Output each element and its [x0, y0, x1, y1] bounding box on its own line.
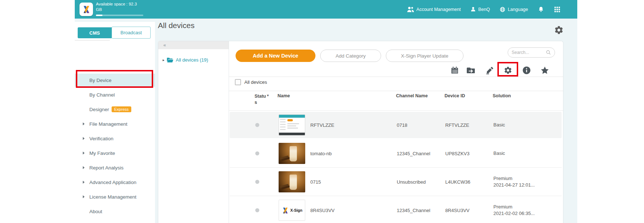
column-header-status[interactable]: Status	[255, 93, 267, 106]
divider	[229, 77, 563, 77]
table-row[interactable]: RFTVLZZE 0718 RFTVLZZE Basic	[230, 112, 562, 138]
available-space-unit: GB	[96, 7, 137, 12]
thumbnail-detail	[279, 133, 305, 135]
xsign-logo-icon	[282, 207, 289, 214]
account-management-link[interactable]: Account Management	[407, 7, 461, 12]
info-button[interactable]	[522, 66, 531, 75]
solution-type: Basic	[493, 150, 505, 156]
storage-progress-bar	[96, 15, 143, 16]
expand-arrow-icon	[83, 166, 85, 169]
sidebar-item-license-management[interactable]: License Management	[75, 190, 155, 203]
tab-cms[interactable]: CMS	[78, 27, 112, 38]
top-bar-nav: Account Management BenQ Language	[407, 0, 560, 19]
channel-name: Unsubscribed	[397, 179, 426, 184]
solution-type: Premium	[493, 204, 555, 210]
folder-open-icon	[167, 57, 174, 63]
thumbnail-detail	[287, 119, 293, 121]
device-table-body: RFTVLZZE 0718 RFTVLZZE Basic tomato-nb 1…	[229, 110, 563, 111]
folder-move-icon	[466, 66, 475, 75]
tree-item-label: All devices (19)	[176, 57, 208, 63]
device-id: RFTVLZZE	[445, 122, 469, 128]
column-header-name: Name	[278, 93, 290, 98]
solution-cell: Premium 2021-04-27 12:01...	[493, 175, 555, 188]
sidebar-item-by-device[interactable]: By Device	[75, 74, 155, 87]
add-category-button[interactable]: Add Category	[320, 50, 381, 62]
device-id: L4UKCW36	[445, 179, 470, 184]
sidebar-item-label: About	[89, 209, 102, 214]
sidebar-item-advanced-application[interactable]: Advanced Application	[75, 176, 155, 189]
schedule-button[interactable]	[450, 66, 459, 75]
sidebar-item-my-favorite[interactable]: My Favorite	[75, 146, 155, 160]
people-icon	[407, 7, 414, 12]
solution-expiry: 2021-02-02 06:35...	[493, 210, 555, 217]
xsign-logo[interactable]	[79, 3, 93, 16]
account-management-label: Account Management	[416, 7, 461, 12]
page-settings-button[interactable]	[554, 25, 564, 35]
sidebar-item-by-channel[interactable]: By Channel	[75, 88, 155, 101]
available-space-label: Available space : 92.3 GB	[96, 1, 137, 12]
channel-name: 12345_Channel	[397, 150, 430, 156]
tree-collapse-bar[interactable]: «	[158, 41, 229, 49]
calendar-icon	[450, 66, 459, 75]
globe-icon	[500, 7, 505, 12]
user-icon	[470, 7, 476, 12]
sidebar-item-designer[interactable]: Designer Express	[75, 103, 155, 116]
thumbnail-detail	[287, 125, 296, 126]
favorite-button[interactable]	[540, 66, 549, 75]
table-row[interactable]: tomato-nb 12345_Channel UP8SZKV3 Basic	[230, 139, 562, 168]
edit-button[interactable]	[485, 66, 494, 75]
sidebar-item-label: Report Analysis	[89, 165, 124, 171]
user-name-label: BenQ	[478, 7, 490, 12]
device-thumbnail: X-Sign	[279, 200, 305, 221]
status-sort-icon[interactable]: ▾	[267, 93, 269, 97]
page-title: All devices	[158, 21, 194, 30]
tab-broadcast[interactable]: Broadcast	[112, 27, 151, 39]
channel-name: 0718	[397, 122, 407, 128]
sidebar-item-label: My Favorite	[89, 150, 115, 156]
tree-item-all-devices[interactable]: ▸ All devices (19)	[163, 57, 208, 63]
sidebar-item-file-management[interactable]: File Management	[75, 117, 155, 130]
sidebar: CMS Broadcast By Device By Channel Desig…	[75, 22, 155, 223]
search-icon[interactable]	[546, 50, 551, 55]
table-row[interactable]: X-Sign 8R4SU3VV 12345_Channel 8R4SU3VV P…	[230, 196, 562, 223]
language-label: Language	[508, 7, 528, 12]
search-input[interactable]	[512, 50, 544, 55]
sidebar-item-verification[interactable]: Verification	[75, 132, 155, 145]
device-list-pane: Add a New Device Add Category X-Sign Pla…	[229, 41, 563, 223]
solution-expiry: 2021-04-27 12:01...	[493, 182, 555, 188]
collapse-icon[interactable]: «	[163, 42, 166, 48]
status-dot	[255, 151, 259, 155]
language-menu[interactable]: Language	[500, 7, 528, 12]
status-dot	[255, 208, 259, 212]
solution-type: Basic	[493, 122, 505, 128]
table-row[interactable]: 0715 Unsubscribed L4UKCW36 Premium 2021-…	[230, 168, 562, 196]
apps-grid-button[interactable]	[554, 6, 560, 13]
expand-arrow-icon	[83, 152, 85, 154]
select-all-checkbox[interactable]	[235, 79, 241, 85]
add-new-device-button[interactable]: Add a New Device	[236, 50, 315, 62]
divider	[75, 40, 110, 40]
device-name: RFTVLZZE	[310, 122, 334, 128]
storage-progress-fill	[96, 15, 102, 16]
gear-icon	[554, 25, 564, 35]
device-id: UP8SZKV3	[445, 150, 469, 156]
expand-arrow-icon	[83, 195, 85, 198]
solution-type: Premium	[493, 175, 555, 182]
select-all-label: All devices	[244, 79, 267, 85]
user-menu[interactable]: BenQ	[470, 7, 490, 12]
devices-panel: « ▸ All devices (19) Add a New Device Ad…	[158, 41, 563, 223]
move-to-category-button[interactable]	[466, 66, 475, 75]
notifications-button[interactable]	[538, 6, 544, 12]
sidebar-item-label: Designer	[89, 107, 109, 112]
tree-expand-icon[interactable]: ▸	[163, 58, 164, 62]
sidebar-item-about[interactable]: About	[75, 205, 155, 218]
device-settings-button[interactable]	[504, 66, 512, 75]
top-bar: Available space : 92.3 GB Account Manage…	[75, 0, 577, 19]
expand-arrow-icon	[83, 137, 85, 140]
sidebar-item-label: File Management	[89, 121, 127, 127]
column-header-device-id: Device ID	[445, 93, 465, 98]
sidebar-item-report-analysis[interactable]: Report Analysis	[75, 161, 155, 174]
sidebar-item-label: Advanced Application	[89, 180, 136, 185]
player-update-button[interactable]: X-Sign Player Update	[386, 50, 463, 62]
thumbnail-detail	[279, 115, 305, 118]
